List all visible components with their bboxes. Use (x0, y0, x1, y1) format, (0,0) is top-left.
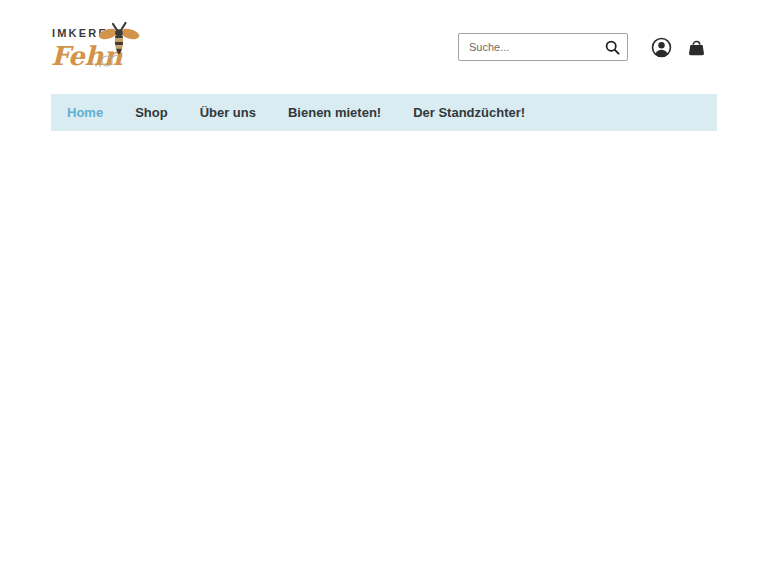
page-content-empty (51, 131, 717, 573)
nav-item-ueber-uns[interactable]: Über uns (184, 94, 272, 131)
nav-item-home[interactable]: Home (51, 94, 119, 131)
shopping-bag-icon (686, 37, 707, 58)
site-header: IMKEREI Fehn (51, 0, 717, 94)
main-navigation: Home Shop Über uns Bienen mieten! Der St… (51, 94, 717, 131)
nav-item-shop[interactable]: Shop (119, 94, 184, 131)
account-icon (651, 37, 672, 58)
nav-item-bienen-mieten[interactable]: Bienen mieten! (272, 94, 397, 131)
search-input[interactable] (459, 41, 597, 53)
search-button[interactable] (597, 34, 627, 60)
site-logo[interactable]: IMKEREI Fehn (51, 21, 143, 73)
page-container: IMKEREI Fehn (51, 0, 717, 573)
cart-button[interactable] (685, 36, 707, 58)
logo-graphic: IMKEREI Fehn (51, 21, 143, 73)
logo-text-fehn: Fehn (51, 41, 123, 71)
search-box (458, 33, 628, 61)
nav-item-der-standzuechter[interactable]: Der Standzüchter! (397, 94, 541, 131)
search-icon (605, 40, 620, 55)
header-actions (458, 33, 717, 61)
account-button[interactable] (650, 36, 672, 58)
